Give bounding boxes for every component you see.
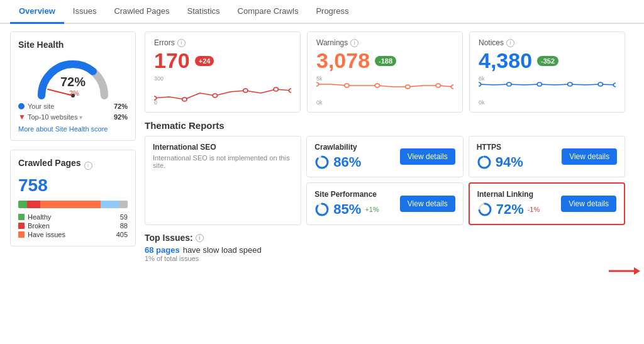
thematic-reports-section: Thematic Reports Crawlability 86% bbox=[145, 120, 625, 225]
https-title: HTTPS bbox=[477, 143, 523, 152]
site-performance-card: Site Performance 85% +1% View details bbox=[306, 182, 463, 225]
legend-healthy: Healthy 59 bbox=[18, 213, 128, 221]
top-issues-link[interactable]: 68 pages bbox=[145, 245, 180, 255]
internal-linking-title: Internal Linking bbox=[477, 190, 540, 199]
internal-linking-donut-icon bbox=[477, 202, 492, 217]
your-site-value: 72% bbox=[114, 103, 128, 110]
svg-point-25 bbox=[316, 204, 328, 215]
svg-point-21 bbox=[316, 157, 328, 168]
gauge-percentage: 72% bbox=[60, 75, 86, 89]
warnings-card: Warnings i 3,078 -188 5k bbox=[307, 31, 463, 113]
internal-linking-view-btn[interactable]: View details bbox=[561, 196, 616, 212]
warnings-value: 3,078 bbox=[316, 48, 370, 73]
crawlability-score-pct: 86% bbox=[333, 154, 361, 170]
svg-point-18 bbox=[598, 82, 602, 86]
site-performance-view-btn[interactable]: View details bbox=[400, 196, 455, 212]
errors-value-row: 170 +24 bbox=[154, 48, 291, 73]
tab-issues[interactable]: Issues bbox=[64, 0, 106, 24]
crawled-pages-info-icon[interactable]: i bbox=[84, 162, 92, 170]
legend-have-issues: Have issues 405 bbox=[18, 231, 128, 238]
crawled-pages-title: Crawled Pages bbox=[18, 158, 81, 168]
svg-marker-29 bbox=[634, 267, 640, 275]
svg-point-8 bbox=[316, 82, 319, 86]
errors-label: Errors i bbox=[154, 38, 291, 47]
warnings-badge: -188 bbox=[375, 56, 396, 66]
top-issues-title: Top Issues: i bbox=[145, 233, 625, 243]
https-info: HTTPS 94% bbox=[477, 143, 523, 170]
notices-spark-bottom: 0k bbox=[479, 99, 616, 106]
crawlability-info: Crawlability 86% bbox=[314, 143, 361, 170]
metrics-row: Errors i 170 +24 300 bbox=[145, 31, 625, 113]
https-view-btn[interactable]: View details bbox=[562, 148, 617, 165]
gauge-text: 72% -2% bbox=[60, 75, 86, 97]
crawlability-card: Crawlability 86% View details bbox=[306, 136, 463, 177]
site-performance-score-pct: 85% bbox=[333, 201, 361, 218]
svg-point-4 bbox=[213, 94, 217, 97]
internal-linking-delta: -1% bbox=[528, 206, 540, 213]
have-issues-count: 405 bbox=[116, 231, 128, 238]
your-site-legend: Your site 72% bbox=[18, 103, 128, 110]
https-card: HTTPS 94% View details bbox=[469, 136, 625, 177]
top-issues-info-icon[interactable]: i bbox=[196, 234, 204, 242]
warnings-info-icon[interactable]: i bbox=[350, 39, 358, 47]
tab-progress[interactable]: Progress bbox=[307, 0, 357, 24]
warnings-value-row: 3,078 -188 bbox=[316, 48, 453, 73]
notices-info-icon[interactable]: i bbox=[506, 39, 514, 47]
svg-point-5 bbox=[243, 89, 248, 92]
bar-broken bbox=[27, 201, 40, 208]
healthy-label: Healthy bbox=[28, 213, 51, 221]
tab-compare-crawls[interactable]: Compare Crawls bbox=[229, 0, 308, 24]
top10-chevron-icon: ▾ bbox=[79, 114, 82, 121]
top-issues-pct: 1% of total issues bbox=[145, 255, 625, 262]
warnings-spark-top: 5k bbox=[316, 75, 453, 82]
warnings-sparkline: 5k 0k bbox=[316, 75, 453, 106]
intl-seo-card: International SEO International SEO is n… bbox=[145, 136, 301, 225]
notices-card: Notices i 4,380 -352 6k bbox=[469, 31, 625, 113]
notices-spark-top: 6k bbox=[479, 75, 616, 82]
bar-other bbox=[101, 201, 119, 208]
svg-point-12 bbox=[436, 84, 440, 87]
nav-tabs: Overview Issues Crawled Pages Statistics… bbox=[0, 0, 644, 24]
errors-spark-bottom: 0 bbox=[154, 99, 291, 106]
gauge-delta: -2% bbox=[60, 89, 86, 97]
notices-value-row: 4,380 -352 bbox=[479, 48, 616, 73]
site-health-title: Site Health bbox=[18, 40, 128, 50]
svg-point-6 bbox=[274, 87, 278, 91]
have-issues-label: Have issues bbox=[28, 231, 65, 238]
site-performance-donut-icon bbox=[314, 202, 330, 217]
tab-statistics[interactable]: Statistics bbox=[179, 0, 229, 24]
https-donut-icon bbox=[477, 155, 492, 170]
svg-point-19 bbox=[613, 83, 616, 87]
tab-overview[interactable]: Overview bbox=[10, 0, 64, 24]
legend-broken: Broken 88 bbox=[18, 222, 128, 230]
svg-point-7 bbox=[289, 89, 291, 92]
have-issues-color bbox=[18, 231, 25, 238]
top10-legend: ▼ Top-10 websites ▾ 92% bbox=[18, 113, 128, 121]
crawlability-score: 86% bbox=[314, 154, 361, 170]
crawled-pages-header: Crawled Pages i bbox=[18, 158, 128, 173]
svg-point-16 bbox=[537, 82, 541, 86]
gauge-wrapper: 72% -2% bbox=[18, 55, 128, 99]
crawlability-donut-icon bbox=[314, 155, 330, 170]
crawlability-view-btn[interactable]: View details bbox=[400, 148, 455, 165]
site-performance-info: Site Performance 85% +1% bbox=[314, 190, 379, 218]
tab-crawled-pages[interactable]: Crawled Pages bbox=[105, 0, 178, 24]
more-about-health-link[interactable]: More about Site Health score bbox=[18, 125, 128, 133]
crawled-pages-bar bbox=[18, 201, 128, 208]
bar-healthy bbox=[18, 201, 27, 208]
broken-count: 88 bbox=[120, 222, 128, 230]
bar-unknown bbox=[119, 201, 128, 208]
right-content: Errors i 170 +24 300 bbox=[145, 31, 625, 334]
errors-sparkline: 300 0 bbox=[154, 75, 291, 106]
errors-card: Errors i 170 +24 300 bbox=[145, 31, 301, 113]
errors-info-icon[interactable]: i bbox=[177, 39, 186, 47]
svg-point-15 bbox=[507, 82, 511, 86]
your-site-label: Your site bbox=[28, 103, 54, 110]
internal-linking-info: Internal Linking 72% -1% bbox=[477, 190, 540, 218]
top10-arrow-icon: ▼ bbox=[18, 113, 26, 121]
internal-linking-score: 72% -1% bbox=[477, 201, 540, 218]
crawled-legend: Healthy 59 Broken 88 Have issues bbox=[18, 213, 128, 238]
intl-seo-note: International SEO is not implemented on … bbox=[153, 154, 293, 169]
notices-value: 4,380 bbox=[479, 48, 532, 73]
crawled-pages-card: Crawled Pages i 758 Healthy 59 bbox=[10, 150, 136, 247]
